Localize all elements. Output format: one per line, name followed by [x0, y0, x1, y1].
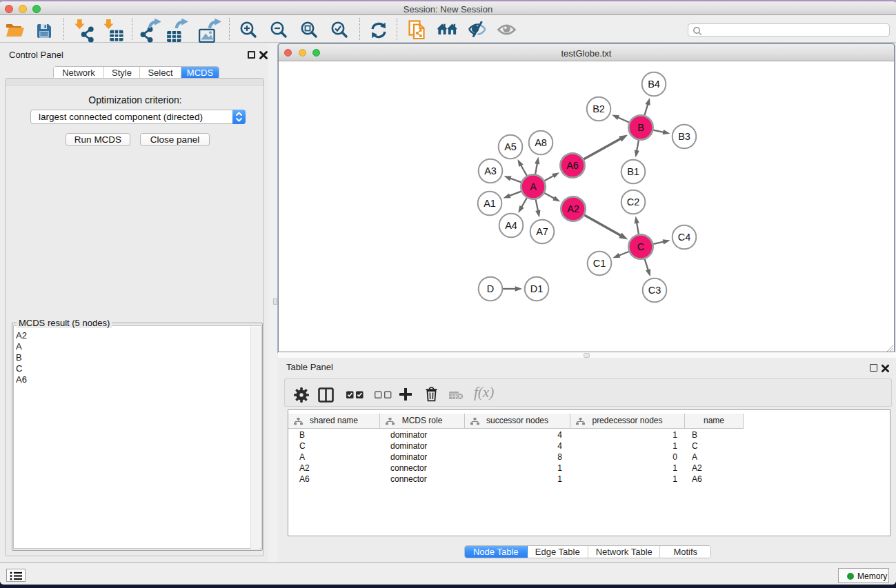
svg-text:B3: B3 — [678, 131, 690, 142]
svg-text:B4: B4 — [648, 79, 660, 90]
svg-text:A7: A7 — [536, 226, 548, 237]
svg-text:C1: C1 — [593, 258, 606, 269]
svg-text:A6: A6 — [566, 160, 579, 171]
svg-text:A3: A3 — [484, 165, 497, 176]
svg-text:D1: D1 — [530, 283, 544, 294]
svg-text:B2: B2 — [593, 103, 605, 114]
svg-text:B: B — [637, 122, 644, 133]
svg-text:C: C — [637, 241, 644, 252]
svg-text:A1: A1 — [484, 198, 496, 209]
svg-text:B1: B1 — [627, 166, 639, 177]
svg-text:C3: C3 — [648, 285, 661, 296]
svg-text:C2: C2 — [627, 196, 640, 207]
svg-text:A2: A2 — [567, 203, 579, 214]
svg-text:A8: A8 — [535, 137, 547, 148]
svg-text:A5: A5 — [504, 141, 517, 152]
svg-text:D: D — [487, 283, 494, 294]
svg-text:A: A — [530, 181, 537, 192]
svg-text:A4: A4 — [505, 220, 517, 231]
svg-text:C4: C4 — [678, 232, 691, 243]
